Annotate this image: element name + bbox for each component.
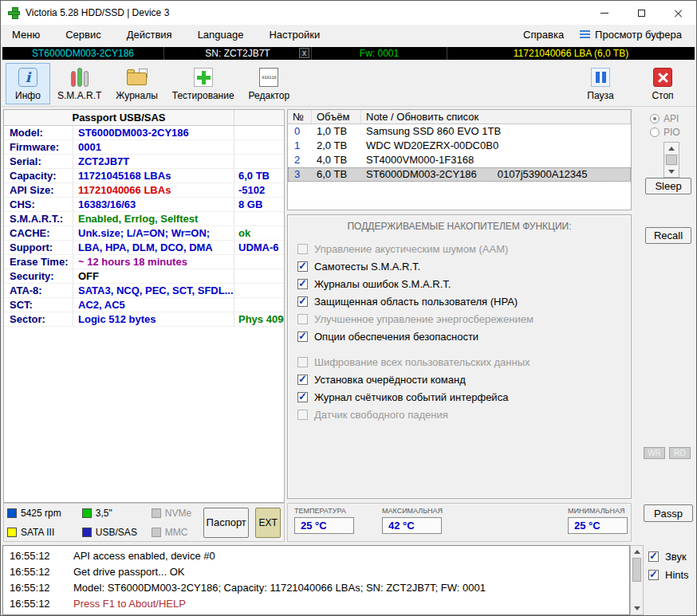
maximize-icon — [638, 10, 645, 17]
tab-testing[interactable]: Тестирование — [165, 63, 242, 104]
sleep-button[interactable]: Sleep — [645, 178, 691, 194]
drive-row[interactable]: 24,0 TBST4000VM000-1F3168 — [288, 153, 631, 167]
passport-row: Support:LBA, HPA, DLM, DCO, DMAUDMA-6 — [4, 241, 284, 255]
scroll-up-icon[interactable] — [664, 143, 679, 154]
passport-label: Capacity: — [4, 169, 73, 182]
legend-formfactor: 3,5" — [82, 507, 152, 520]
passp-button[interactable]: Passp — [644, 504, 693, 522]
tab-smart[interactable]: S.M.A.R.T — [50, 63, 108, 104]
hints-checkbox-label: Hints — [665, 569, 689, 581]
feature-checkbox[interactable] — [297, 375, 308, 385]
legend-nvme: NVMe — [152, 507, 200, 520]
hints-checkbox[interactable]: Hints — [648, 569, 689, 581]
log-timestamp: 16:55:12 — [10, 548, 73, 564]
temperature-max: МАКСИМАЛЬНАЯ 42 °C — [382, 507, 443, 534]
scroll-thumb[interactable] — [632, 558, 641, 582]
legend-usb-sas: USB/SAS — [82, 526, 152, 539]
window-controls — [586, 1, 696, 25]
passport-label: CHS: — [4, 198, 73, 211]
scroll-track[interactable] — [631, 582, 643, 602]
scroll-down-icon[interactable] — [631, 602, 643, 614]
app-window: Victoria 5.28 HDD/SSD | Device 3 Меню Се… — [0, 0, 697, 616]
hints-checkbox-box[interactable] — [648, 570, 659, 580]
feature-checkbox[interactable] — [297, 261, 308, 272]
legend-nvme-label: NVMe — [165, 508, 191, 519]
journals-icon — [127, 67, 148, 88]
drive-list: № Объём Note / Обновить список 01,0 TBSa… — [287, 109, 632, 210]
menu-item-actions[interactable]: Действия — [114, 29, 185, 41]
recall-button[interactable]: Recall — [645, 227, 691, 244]
drive-row[interactable]: 12,0 TBWDC WD20EZRX-00DC0B0 — [288, 139, 631, 153]
api-radio-label: API — [664, 113, 679, 124]
passport-label: Serial: — [4, 155, 73, 168]
passport-label: Model: — [4, 126, 73, 139]
passport-extra — [234, 155, 284, 168]
drive-list-header: № Объём Note / Обновить список — [288, 110, 631, 124]
buffer-view-button[interactable]: Просмотр буфера — [577, 29, 685, 41]
legend-rpm-label: 5425 rpm — [21, 508, 61, 519]
menu-item-menu[interactable]: Меню — [7, 29, 53, 41]
column-note-refresh[interactable]: Note / Обновить список — [361, 110, 631, 124]
passport-title: Passport USB/SAS — [4, 110, 234, 126]
passport-row: SCT:AC2, AC5 — [4, 298, 284, 312]
stop-button[interactable]: Стоп — [640, 63, 685, 104]
pio-radio-circle — [650, 128, 660, 137]
sound-checkbox[interactable]: Звук — [648, 551, 687, 563]
feature-checkbox[interactable] — [297, 296, 308, 307]
close-button[interactable] — [660, 1, 696, 25]
feature-checkbox[interactable] — [297, 392, 308, 402]
scroll-down-icon[interactable] — [664, 166, 679, 177]
tab-journals[interactable]: Журналы — [108, 63, 164, 104]
feature-checkbox[interactable] — [297, 332, 308, 342]
drive-row[interactable]: 36,0 TBST6000DM003-2CY1860107j53900A1234… — [288, 167, 631, 182]
sound-checkbox-box[interactable] — [648, 551, 659, 562]
minimize-button[interactable] — [586, 1, 623, 25]
infobar-firmware: Fw: 0001 — [312, 47, 447, 60]
drive-size: 4,0 TB — [312, 153, 361, 167]
log-line: 16:55:12Press F1 to About/HELP — [10, 596, 623, 612]
temperature-max-value: 42 °C — [382, 517, 442, 534]
menu-item-language[interactable]: Language — [185, 29, 257, 41]
infobar-close-button[interactable]: x — [299, 48, 309, 58]
pio-radio-label: PIO — [664, 127, 680, 138]
feature-checkbox — [297, 357, 308, 367]
passport-extra — [234, 269, 284, 283]
feature-command-queuing: Установка очерёдности команд — [288, 371, 631, 388]
api-radio: API — [650, 113, 679, 124]
usb-sas-color-swatch — [82, 528, 92, 537]
tab-info[interactable]: Инфо — [6, 63, 50, 104]
ext-button[interactable]: EXT — [255, 508, 281, 538]
passport-value: ST6000DM003-2CY186 — [73, 126, 234, 139]
buffer-view-label: Просмотр буфера — [595, 29, 682, 41]
log-scrollbar[interactable] — [630, 545, 644, 615]
speed-scrollbar[interactable] — [664, 142, 679, 178]
log-line: 16:55:12Model: ST6000DM003-2CY186; Capac… — [10, 580, 623, 596]
feature-checkbox[interactable] — [297, 279, 308, 289]
pause-button[interactable]: Пауза — [578, 63, 623, 104]
feature-security-options: Опции обеспечения безопасности — [288, 328, 631, 345]
menu-item-help[interactable]: Справка — [510, 29, 577, 41]
log-line: 16:55:12Get drive passport... OK — [10, 564, 623, 580]
feature-hpa: Защищенная область пользователя (HPA) — [288, 292, 631, 310]
menu-item-service[interactable]: Сервис — [53, 29, 114, 41]
menubar: Меню Сервис Действия Language Настройки … — [1, 25, 696, 44]
legend-mmc-label: MMC — [165, 527, 188, 538]
maximize-button[interactable] — [623, 1, 660, 25]
passport-header: Passport USB/SAS — [4, 110, 284, 126]
menu-item-settings[interactable]: Настройки — [256, 29, 333, 41]
drive-row[interactable]: 01,0 TBSamsung SSD 860 EVO 1TB — [288, 124, 631, 139]
scroll-up-icon[interactable] — [631, 546, 643, 558]
passport-button[interactable]: Паспорт — [203, 508, 249, 538]
log-message: Press F1 to About/HELP — [73, 596, 186, 612]
log-timestamp: 16:55:12 — [10, 596, 73, 612]
feature-power-management: Улучшенное управление энергосбережением — [288, 310, 631, 328]
tab-editor[interactable]: Редактор — [242, 63, 297, 104]
infobar-lba: 11721040066 LBA (6,0 TB) — [447, 47, 695, 60]
toolbar-right: Пауза Стоп — [578, 63, 691, 104]
feature-label: Улучшенное управление энергосбережением — [314, 313, 534, 325]
scroll-thumb[interactable] — [666, 155, 677, 165]
tab-editor-label: Редактор — [249, 90, 290, 101]
drive-number: 3 — [288, 167, 312, 182]
tab-journals-label: Журналы — [116, 90, 157, 101]
passport-extra: 6,0 TB — [234, 169, 284, 182]
